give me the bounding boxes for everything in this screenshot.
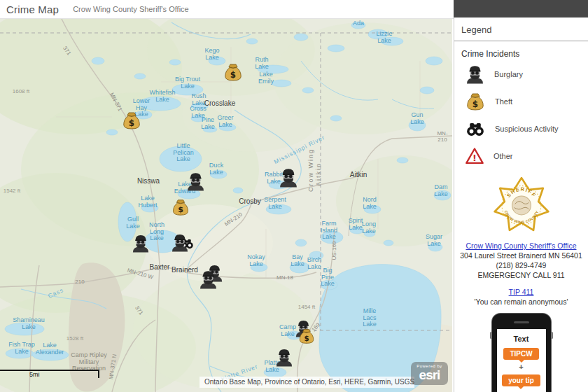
- office-emergency: EMGERGECNY CALL 911: [477, 271, 564, 279]
- legend-item-burglary: Burglary: [454, 60, 588, 88]
- tip411-quote: 'You can remain anonymous': [475, 298, 568, 306]
- legend-item-label: Suspicious Activity: [495, 125, 558, 133]
- esri-wordmark: esri: [411, 369, 448, 381]
- scale-label: 5mi: [29, 371, 40, 378]
- legend-title: Legend: [454, 18, 588, 41]
- office-phone: (218) 829-4749: [496, 261, 547, 270]
- tip411-link[interactable]: TIP 411: [509, 288, 534, 296]
- office-contact-block: Crow Wing County Sheriff's Office 304 La…: [454, 241, 588, 280]
- legend-item-suspicious-activity: Suspicious Activity: [454, 115, 588, 142]
- warning-triangle-icon: [465, 146, 484, 166]
- plus-sign: +: [519, 364, 523, 370]
- burglary-icon: [274, 347, 294, 367]
- legend-section-title: Crime Incidents: [454, 41, 588, 60]
- legend-item-label: Other: [493, 152, 513, 160]
- phone-side-button: [490, 332, 492, 339]
- map-canvas[interactable]: $ !: [0, 19, 452, 392]
- burglary-icon: [186, 171, 206, 191]
- legend-item-theft: Theft: [454, 88, 588, 115]
- tip411-phone-graphic: Text TIPCW + your tip to 847411 App Stor…: [492, 314, 551, 392]
- theft-icon: [121, 110, 142, 131]
- phone-speaker: [514, 321, 529, 323]
- app-title: Crime Map: [6, 4, 59, 15]
- map-attribution: Ontario Base Map, Province of Ontario, E…: [200, 377, 414, 388]
- tipcw-bubble: TIPCW: [503, 348, 538, 360]
- legend-panel: Legend Crime Incidents Burglary Theft Su…: [454, 18, 588, 392]
- theft-icon: [223, 62, 244, 83]
- map-scale-bar: 5mi: [0, 370, 99, 378]
- burglary-icon: [198, 269, 218, 289]
- binoculars-icon: [465, 118, 486, 139]
- phone-screen: Text TIPCW + your tip to 847411 App Stor…: [497, 329, 546, 392]
- burglary-icon: [170, 232, 190, 252]
- theft-icon: [171, 197, 190, 217]
- tip411-block: TIP 411 'You can remain anonymous': [454, 288, 588, 307]
- app-subtitle: Crow Wing County Sheriff's Office: [73, 5, 189, 13]
- money-bag-icon: [465, 91, 486, 112]
- burglary-icon: [131, 233, 150, 253]
- esri-logo[interactable]: Powered by esri: [411, 362, 448, 385]
- your-tip-bubble: your tip: [502, 374, 540, 386]
- burglary-icon: [278, 167, 299, 188]
- crime-map-app: Crime Map Crow Wing County Sheriff's Off…: [0, 0, 588, 392]
- burglar-icon: [465, 64, 485, 84]
- phone-text-label: Text: [514, 335, 529, 343]
- theft-icon: [298, 327, 316, 345]
- phone-side-button: [551, 332, 553, 339]
- sheriff-badge: SHERIFF CROW WING COUNTY: [492, 175, 551, 237]
- sheriff-office-link[interactable]: Crow Wing County Sheriff's Office: [465, 241, 576, 250]
- legend-item-label: Burglary: [494, 70, 523, 78]
- legend-item-label: Theft: [495, 97, 512, 106]
- app-header: Crime Map Crow Wing County Sheriff's Off…: [0, 0, 454, 19]
- top-right-dark-bar: [454, 0, 588, 18]
- legend-item-other: Other: [454, 142, 588, 169]
- office-address: 304 Laurel Street Brainerd MN 56401: [460, 251, 582, 260]
